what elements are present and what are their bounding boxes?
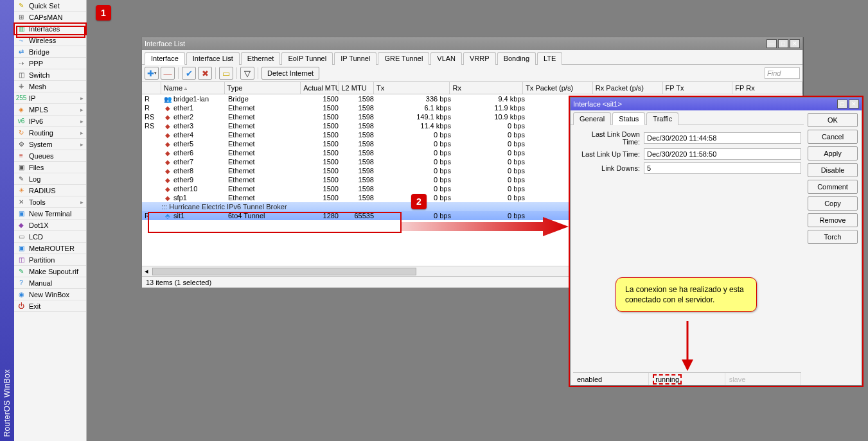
field-value[interactable]: 5	[644, 162, 801, 174]
comment-button[interactable]: ▭	[219, 67, 233, 80]
remove-button[interactable]: Remove	[808, 213, 858, 227]
mpls-icon: ◈	[17, 105, 26, 114]
torch-button[interactable]: Torch	[808, 230, 858, 244]
sidebar-item-dot1x[interactable]: ◆Dot1X	[14, 220, 86, 231]
add-button[interactable]: ✚▾	[145, 67, 159, 80]
sidebar-item-mpls[interactable]: ◈MPLS▸	[14, 104, 86, 116]
column-header[interactable]: Tx	[374, 82, 450, 94]
filter-button[interactable]: ▽	[240, 67, 254, 80]
tab-gre-tunnel[interactable]: GRE Tunnel	[378, 52, 429, 65]
detect-internet-button[interactable]: Detect Internet	[261, 67, 319, 80]
sidebar-item-wireless[interactable]: ⏦Wireless	[14, 35, 86, 46]
column-header[interactable]: Tx Packet (p/s)	[523, 82, 593, 94]
tab-ip-tunnel[interactable]: IP Tunnel	[334, 52, 376, 65]
tab-status[interactable]: Status	[612, 112, 645, 125]
minimize-button[interactable]: —	[766, 39, 777, 48]
sidebar-item-make-supout-rif[interactable]: ✎Make Supout.rif	[14, 266, 86, 277]
wireless-icon: ⏦	[17, 36, 26, 45]
tab-vrrp[interactable]: VRRP	[463, 52, 496, 65]
close-button[interactable]: ✕	[849, 99, 859, 108]
disable-button[interactable]: Disable	[808, 163, 858, 177]
field-value[interactable]: Dec/30/2020 11:58:50	[644, 148, 801, 160]
tab-vlan[interactable]: VLAN	[430, 52, 462, 65]
tab-interface-list[interactable]: Interface List	[186, 52, 240, 65]
sidebar-item-new-terminal[interactable]: ▣New Terminal	[14, 208, 86, 220]
close-button[interactable]: ✕	[790, 39, 800, 48]
interface-icon: ◆	[164, 158, 172, 166]
sidebar-item-files[interactable]: ▣Files	[14, 162, 86, 173]
disable-button[interactable]: ✖	[198, 67, 212, 80]
sidebar-item-queues[interactable]: ≡Queues	[14, 150, 86, 162]
submenu-arrow-icon: ▸	[80, 95, 84, 101]
toolbar: ✚▾ — ✔ ✖ ▭ ▽ Detect Internet Find	[142, 65, 802, 82]
sidebar-item-radius[interactable]: ☀RADIUS	[14, 185, 86, 196]
brand-bar: RouterOS WinBox	[0, 0, 14, 441]
type-cell: Ethernet	[226, 193, 303, 202]
name-cell: ◆ether8	[161, 166, 226, 175]
rx-cell: 0 bps	[454, 148, 527, 157]
sidebar-item-new-winbox[interactable]: ◉New WinBox	[14, 289, 86, 300]
l2mtu-cell: 1598	[341, 166, 376, 175]
sidebar-item-label: MPLS	[29, 106, 48, 114]
tab-bonding[interactable]: Bonding	[497, 52, 536, 65]
sidebar-item-tools[interactable]: ✕Tools▸	[14, 196, 86, 208]
field-value[interactable]: Dec/30/2020 11:44:58	[644, 132, 801, 144]
column-header[interactable]: Type	[225, 82, 301, 94]
interface-icon: ◆	[164, 104, 172, 112]
tx-cell: 0 bps	[376, 211, 454, 220]
maximize-button[interactable]: □	[778, 39, 788, 48]
sidebar-item-partition[interactable]: ◫Partition	[14, 254, 86, 266]
radius-icon: ☀	[17, 186, 26, 195]
sidebar-item-quick-set[interactable]: ✎Quick Set	[14, 0, 86, 12]
tab-ethernet[interactable]: Ethernet	[241, 52, 281, 65]
tab-interface[interactable]: Interface	[145, 52, 185, 65]
tab-traffic[interactable]: Traffic	[646, 112, 678, 125]
column-header[interactable]: FP Rx	[732, 82, 802, 94]
type-cell: Ethernet	[226, 103, 303, 112]
sidebar-item-exit[interactable]: ⏻Exit	[14, 300, 86, 312]
column-header[interactable]: L2 MTU	[339, 82, 374, 94]
tab-eoip-tunnel[interactable]: EoIP Tunnel	[281, 52, 333, 65]
tab-general[interactable]: General	[573, 112, 611, 125]
column-header[interactable]: Name▵	[161, 82, 225, 94]
type-cell: 6to4 Tunnel	[226, 211, 303, 220]
tx-cell: 0 bps	[376, 130, 454, 139]
enable-button[interactable]: ✔	[182, 67, 196, 80]
column-header[interactable]	[142, 82, 161, 94]
tab-lte[interactable]: LTE	[537, 52, 562, 65]
sidebar-item-bridge[interactable]: ⇄Bridge	[14, 46, 86, 58]
sidebar-item-lcd[interactable]: ▭LCD	[14, 231, 86, 243]
column-header[interactable]: Actual MTU	[301, 82, 339, 94]
sidebar-item-manual[interactable]: ?Manual	[14, 277, 86, 289]
sidebar-item-switch[interactable]: ◫Switch	[14, 69, 86, 81]
sidebar-item-label: LCD	[29, 233, 43, 241]
maximize-button[interactable]: □	[837, 99, 847, 108]
find-input[interactable]: Find	[765, 67, 800, 79]
comment-button[interactable]: Comment	[808, 180, 858, 194]
type-cell: Ethernet	[226, 166, 303, 175]
sidebar-item-ipv6[interactable]: v6IPv6▸	[14, 116, 86, 127]
column-header[interactable]: Rx Packet (p/s)	[593, 82, 663, 94]
sidebar-item-interfaces[interactable]: ▥Interfaces	[14, 23, 86, 35]
sidebar-item-capsman[interactable]: ⊞CAPsMAN	[14, 12, 86, 23]
sidebar-item-ip[interactable]: 255IP▸	[14, 92, 86, 104]
rx-cell: 0 bps	[454, 121, 527, 130]
column-header[interactable]: Rx	[450, 82, 523, 94]
sidebar-item-ppp[interactable]: ⇢PPP	[14, 58, 86, 69]
ok-button[interactable]: OK	[808, 113, 858, 127]
apply-button[interactable]: Apply	[808, 146, 858, 160]
cancel-button[interactable]: Cancel	[808, 130, 858, 144]
window-titlebar[interactable]: Interface List — □ ✕	[142, 37, 802, 50]
remove-button[interactable]: —	[161, 67, 175, 80]
sidebar-item-metarouter[interactable]: ▣MetaROUTER	[14, 243, 86, 254]
window-titlebar[interactable]: Interface <sit1> □ ✕	[571, 98, 862, 110]
copy-button[interactable]: Copy	[808, 196, 858, 211]
sidebar-item-log[interactable]: ✎Log	[14, 173, 86, 185]
sidebar-item-system[interactable]: ⚙System▸	[14, 139, 86, 150]
flag-cell: R	[142, 211, 161, 220]
tx-cell: 11.4 kbps	[376, 121, 454, 130]
column-header[interactable]: FP Tx	[663, 82, 733, 94]
window-title: Interface <sit1>	[573, 100, 622, 108]
sidebar-item-routing[interactable]: ↻Routing▸	[14, 127, 86, 139]
sidebar-item-mesh[interactable]: ⁜Mesh	[14, 81, 86, 92]
